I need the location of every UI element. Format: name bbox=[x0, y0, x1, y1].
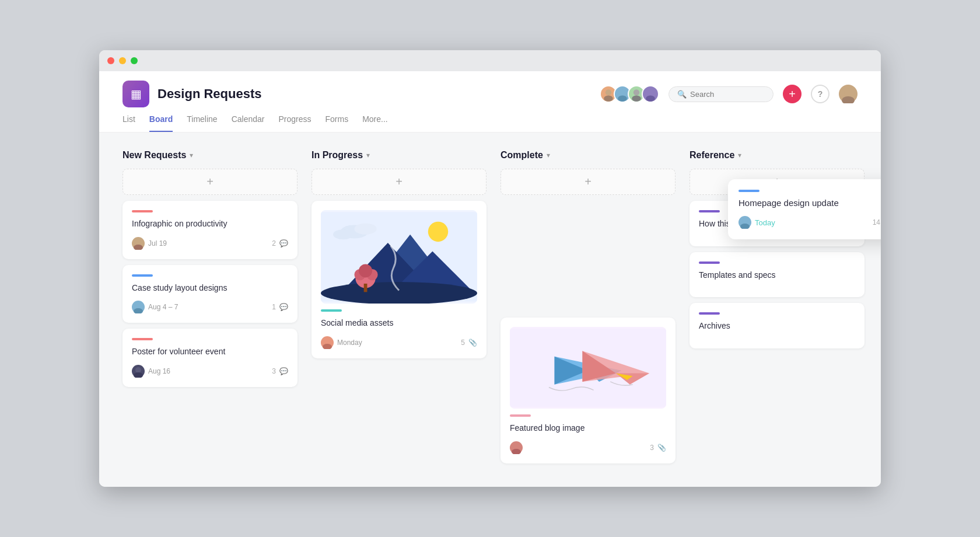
card-accent bbox=[699, 312, 720, 315]
tab-list[interactable]: List bbox=[123, 114, 135, 132]
paperclip-icon: 📎 bbox=[657, 444, 666, 452]
tab-progress[interactable]: Progress bbox=[278, 114, 311, 132]
help-button[interactable]: ? bbox=[811, 85, 830, 103]
app-header: ▦ Design Requests bbox=[99, 71, 881, 132]
chevron-down-icon: ▾ bbox=[547, 151, 550, 159]
comment-icon: 💬 bbox=[279, 367, 288, 375]
card-footer: Aug 4 – 7 1 💬 bbox=[132, 301, 288, 313]
svg-point-2 bbox=[620, 89, 625, 95]
svg-point-31 bbox=[323, 344, 332, 349]
card-social-media[interactable]: Social media assets Monday 5 📎 bbox=[312, 201, 487, 358]
chevron-down-icon: ▾ bbox=[190, 151, 193, 159]
add-button[interactable]: + bbox=[783, 85, 802, 103]
card-title: Templates and specs bbox=[699, 270, 855, 281]
avatar bbox=[321, 336, 334, 349]
search-icon: 🔍 bbox=[677, 90, 687, 99]
column-complete: Complete ▾ + Homepage design update Toda… bbox=[501, 150, 676, 469]
popup-accent bbox=[738, 190, 760, 192]
card-title: Case study layout designs bbox=[132, 283, 288, 294]
svg-point-7 bbox=[646, 96, 655, 102]
svg-point-3 bbox=[618, 96, 627, 102]
card-accent bbox=[510, 414, 531, 417]
minimize-dot[interactable] bbox=[119, 57, 126, 64]
column-title-complete: Complete bbox=[501, 150, 543, 161]
search-input[interactable] bbox=[690, 90, 765, 99]
column-title-in-progress: In Progress bbox=[312, 150, 363, 161]
add-card-in-progress[interactable]: + bbox=[312, 169, 487, 195]
comment-count: 14 bbox=[873, 218, 880, 226]
add-card-complete[interactable]: + bbox=[501, 169, 676, 195]
add-card-new-requests[interactable]: + bbox=[123, 169, 298, 195]
card-archives[interactable]: Archives bbox=[690, 303, 864, 348]
app-window: ▦ Design Requests bbox=[99, 50, 881, 487]
tab-timeline[interactable]: Timeline bbox=[187, 114, 217, 132]
card-accent bbox=[321, 309, 342, 312]
comment-icon: 💬 bbox=[279, 239, 288, 247]
header-right: 🔍 + ? bbox=[600, 85, 858, 103]
comment-icon: 💬 bbox=[279, 303, 288, 311]
tab-more[interactable]: More... bbox=[362, 114, 388, 132]
svg-point-0 bbox=[606, 89, 611, 95]
column-header-complete: Complete ▾ bbox=[501, 150, 676, 161]
svg-point-13 bbox=[134, 308, 143, 313]
svg-point-6 bbox=[648, 89, 653, 95]
svg-point-19 bbox=[333, 229, 353, 239]
svg-point-5 bbox=[632, 96, 641, 102]
svg-point-33 bbox=[740, 224, 750, 229]
date-text: Jul 19 bbox=[148, 239, 167, 247]
tab-board[interactable]: Board bbox=[149, 114, 173, 132]
card-title: Social media assets bbox=[321, 318, 477, 329]
card-footer: Monday 5 📎 bbox=[321, 336, 477, 349]
chevron-down-icon: ▾ bbox=[738, 151, 741, 159]
card-title: Infographic on productivity bbox=[132, 218, 288, 230]
avatar bbox=[132, 301, 145, 313]
card-poster[interactable]: Poster for volunteer event Aug 16 3 💬 bbox=[123, 329, 298, 387]
column-title-new-requests: New Requests bbox=[123, 150, 186, 161]
column-header-in-progress: In Progress ▾ bbox=[312, 150, 487, 161]
svg-point-10 bbox=[135, 239, 141, 245]
avatar bbox=[132, 365, 145, 378]
project-icon: ▦ bbox=[123, 81, 149, 107]
card-templates-specs[interactable]: Templates and specs bbox=[690, 252, 864, 298]
tab-calendar[interactable]: Calendar bbox=[232, 114, 265, 132]
titlebar bbox=[99, 50, 881, 71]
card-title: Featured blog image bbox=[510, 423, 666, 434]
svg-rect-26 bbox=[364, 284, 368, 292]
card-accent bbox=[699, 261, 720, 264]
card-meta: 3 📎 bbox=[650, 444, 666, 452]
date-text: Monday bbox=[337, 339, 362, 347]
svg-point-11 bbox=[134, 245, 143, 250]
close-dot[interactable] bbox=[107, 57, 114, 64]
card-featured-blog[interactable]: Featured blog image 3 📎 bbox=[501, 318, 676, 463]
svg-point-24 bbox=[321, 282, 477, 304]
svg-point-30 bbox=[324, 339, 330, 344]
popup-date: Today bbox=[755, 218, 775, 227]
svg-point-4 bbox=[634, 89, 639, 95]
card-accent bbox=[699, 210, 720, 212]
user-avatar[interactable] bbox=[839, 85, 858, 103]
card-infographic[interactable]: Infographic on productivity Jul 19 2 💬 bbox=[123, 201, 298, 259]
comment-count: 2 bbox=[272, 239, 276, 247]
date-text: Aug 16 bbox=[148, 367, 170, 375]
attachment-count: 5 bbox=[461, 339, 465, 347]
card-footer: Aug 16 3 💬 bbox=[132, 365, 288, 378]
svg-point-8 bbox=[844, 88, 852, 96]
card-accent bbox=[132, 210, 153, 212]
svg-point-9 bbox=[842, 96, 855, 103]
avatar bbox=[510, 441, 523, 454]
card-date bbox=[510, 441, 523, 454]
svg-point-14 bbox=[135, 367, 141, 373]
tab-forms[interactable]: Forms bbox=[326, 114, 349, 132]
popup-card-homepage[interactable]: Homepage design update Today 14 💬 bbox=[728, 179, 881, 239]
card-meta: 14 💬 bbox=[873, 218, 881, 226]
project-info: ▦ Design Requests bbox=[123, 81, 262, 107]
search-box[interactable]: 🔍 bbox=[668, 86, 774, 102]
maximize-dot[interactable] bbox=[131, 57, 138, 64]
popup-title: Homepage design update bbox=[738, 198, 881, 208]
avatar-4[interactable] bbox=[642, 85, 659, 103]
card-case-study[interactable]: Case study layout designs Aug 4 – 7 1 💬 bbox=[123, 265, 298, 323]
attachment-count: 3 bbox=[650, 444, 654, 452]
avatar bbox=[132, 237, 145, 250]
date-text: Aug 4 – 7 bbox=[148, 303, 178, 311]
project-title: Design Requests bbox=[158, 86, 262, 102]
